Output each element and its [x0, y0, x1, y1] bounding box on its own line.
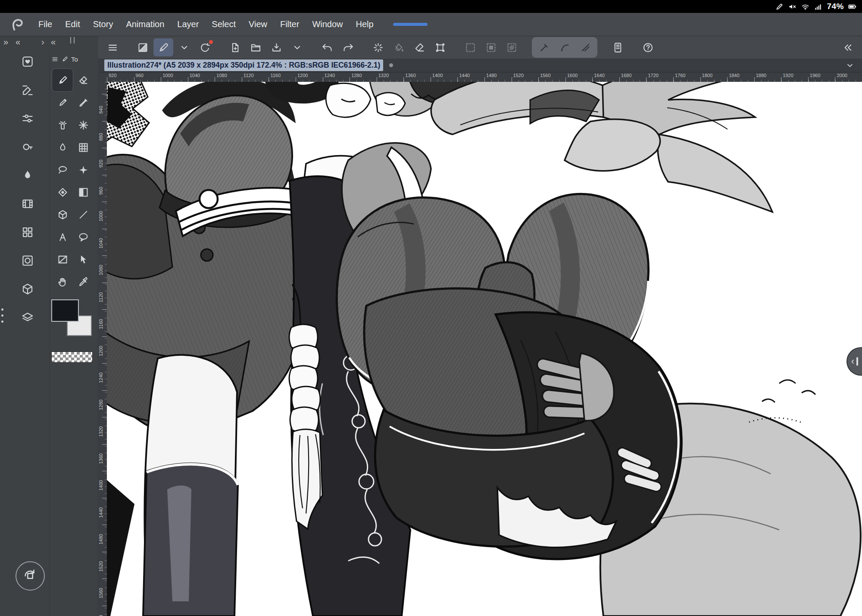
favorites-panel-button[interactable]	[18, 53, 37, 71]
navigator-icon	[21, 254, 34, 267]
battery-slot	[848, 2, 857, 11]
tool-operation[interactable]	[73, 248, 94, 271]
tool-eraser[interactable]	[73, 69, 94, 91]
battery-icon	[848, 2, 857, 11]
chevron-left-icon: ‹	[851, 356, 854, 367]
palette-menu-slot	[51, 56, 59, 63]
tool-blend[interactable]	[52, 136, 73, 159]
ruler-tick	[161, 77, 161, 82]
select-pattern-button[interactable]	[502, 38, 522, 56]
tool-brush[interactable]	[73, 91, 94, 114]
collapse-all-icon[interactable]: »	[3, 37, 8, 47]
pen-expand-button[interactable]	[174, 38, 194, 56]
menu-filter[interactable]: Filter	[274, 13, 306, 36]
transparent-color-swatch[interactable]	[51, 352, 93, 363]
transform-icon	[434, 42, 446, 53]
status-bar: 74%	[0, 0, 862, 13]
dock-handle[interactable]	[70, 37, 75, 44]
tool-frame[interactable]	[52, 248, 73, 271]
sub-tool-panel-button[interactable]	[18, 81, 37, 99]
tool-airbrush[interactable]	[52, 114, 73, 136]
tool-grid[interactable]	[73, 136, 94, 159]
ruler-label: 1840	[729, 73, 739, 78]
canvas-viewport[interactable]	[107, 82, 862, 616]
snap-curve-button[interactable]	[555, 38, 575, 56]
redo-button[interactable]	[338, 38, 358, 56]
ruler-label: 1680	[621, 73, 631, 78]
fill-tool-button[interactable]	[389, 38, 409, 56]
ruler-tick	[565, 77, 566, 82]
save-expand-button[interactable]	[287, 38, 307, 56]
tool-hand[interactable]	[52, 271, 73, 293]
tool-property-panel-button[interactable]	[18, 109, 37, 128]
ruler-label: 1440	[459, 73, 469, 78]
menu-story[interactable]: Story	[87, 13, 120, 36]
tool-pencil[interactable]	[52, 91, 73, 114]
help-button[interactable]	[638, 38, 658, 56]
menu-file[interactable]: File	[32, 13, 59, 36]
transform-button[interactable]	[430, 38, 450, 56]
pen-icon	[57, 75, 69, 86]
tool-decoration[interactable]	[73, 114, 94, 136]
fill-tool-icon	[393, 42, 405, 53]
tool-text[interactable]	[52, 226, 73, 248]
pattern-panel-button[interactable]	[18, 223, 37, 241]
canvas-artwork[interactable]	[107, 82, 862, 616]
ruler-tick	[102, 283, 107, 283]
tool-figure[interactable]	[52, 203, 73, 226]
ruler-tick	[431, 77, 431, 82]
ruler-label: 1600	[567, 73, 578, 78]
touch-gesture-button[interactable]	[195, 38, 215, 56]
menu-edit[interactable]: Edit	[59, 13, 86, 36]
menu-window[interactable]: Window	[306, 13, 349, 36]
select-area-button[interactable]	[460, 38, 480, 56]
tool-correction[interactable]	[73, 159, 94, 181]
select-filled-button[interactable]	[481, 38, 501, 56]
ruler-tick	[102, 498, 107, 498]
menu-help[interactable]: Help	[350, 13, 380, 36]
tool-fill[interactable]	[52, 181, 73, 203]
new-document-button[interactable]	[225, 38, 245, 56]
palette-header[interactable]: To	[51, 52, 78, 66]
tool-line[interactable]	[73, 203, 94, 226]
animation-panel-button[interactable]	[18, 195, 37, 213]
menu-animation[interactable]: Animation	[119, 13, 171, 36]
document-tab-title[interactable]: Illustration274* (A5 2039 x 2894px 350dp…	[104, 59, 383, 71]
drag-dots[interactable]	[1, 308, 3, 323]
open-file-button[interactable]	[246, 38, 265, 56]
collapse-panel-icon[interactable]: ›	[41, 37, 44, 47]
snap-perspective-button[interactable]	[575, 38, 595, 56]
gradient-icon	[78, 187, 89, 198]
layers-panel-button[interactable]	[18, 308, 37, 327]
save-file-button[interactable]	[266, 38, 286, 56]
canvas-flip-button[interactable]	[133, 38, 153, 56]
expand-panel-icon[interactable]: «	[51, 37, 56, 47]
reset-rotation-button[interactable]	[16, 561, 45, 591]
color-set-panel-button[interactable]	[18, 166, 37, 184]
tool-lasso[interactable]	[52, 159, 73, 181]
main-menu-button[interactable]	[103, 38, 122, 56]
tab-list-chevron[interactable]	[845, 60, 855, 71]
eraser-tool-button[interactable]	[409, 38, 429, 56]
tool-gradient[interactable]	[73, 181, 94, 203]
pen-settings-button[interactable]	[153, 38, 173, 56]
undo-button[interactable]	[317, 38, 337, 56]
ruler-tick	[754, 77, 755, 82]
ruler-label: 920	[98, 160, 103, 168]
processing-button[interactable]	[368, 38, 388, 56]
expand-all-icon[interactable]: «	[16, 37, 20, 47]
tool-pen[interactable]	[52, 69, 73, 91]
material-panel-button[interactable]	[18, 280, 37, 298]
main-color-swatch[interactable]	[51, 299, 79, 322]
virtual-keyboard-button[interactable]	[608, 38, 628, 56]
app-logo[interactable]	[9, 17, 24, 32]
snap-ruler-button[interactable]	[534, 38, 554, 56]
tool-eyedropper[interactable]	[73, 271, 94, 293]
collapse-left-button[interactable]	[838, 38, 858, 56]
navigator-panel-button[interactable]	[18, 252, 37, 270]
auto-action-panel-button[interactable]	[18, 138, 37, 156]
menu-select[interactable]: Select	[205, 13, 242, 36]
menu-layer[interactable]: Layer	[171, 13, 205, 36]
menu-view[interactable]: View	[242, 13, 274, 36]
tool-balloon[interactable]	[73, 226, 94, 248]
